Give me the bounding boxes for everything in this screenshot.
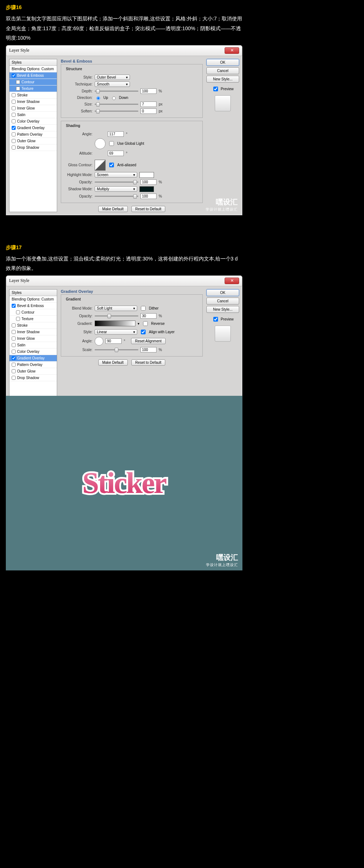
- input-scale[interactable]: 100: [141, 347, 157, 353]
- style-bevel[interactable]: Bevel & Emboss: [9, 72, 57, 79]
- radio-up[interactable]: [96, 96, 100, 100]
- chk-color[interactable]: [12, 350, 16, 354]
- input-depth[interactable]: 100: [141, 88, 157, 94]
- chk-reverse[interactable]: [143, 321, 148, 326]
- new-style-button[interactable]: New Style...: [206, 306, 239, 313]
- input-sopac[interactable]: 100: [141, 194, 157, 199]
- chk-preview[interactable]: [213, 87, 218, 91]
- chk-drop[interactable]: [12, 146, 16, 150]
- style-texture[interactable]: Texture: [9, 316, 57, 322]
- reset-default-button[interactable]: Reset to Default: [131, 206, 166, 212]
- angle-dial[interactable]: [95, 337, 103, 346]
- chk-global-light[interactable]: [109, 141, 114, 146]
- style-satin[interactable]: Satin: [9, 342, 57, 349]
- ok-button[interactable]: OK: [206, 59, 239, 66]
- titlebar[interactable]: Layer Style ✕: [6, 45, 242, 56]
- chk-ishadow[interactable]: [12, 330, 16, 334]
- blending-options[interactable]: Blending Options: Custom: [9, 296, 57, 303]
- style-color-overlay[interactable]: Color Overlay: [9, 118, 57, 125]
- make-default-button[interactable]: Make Default: [98, 359, 128, 366]
- style-inner-glow[interactable]: Inner Glow: [9, 335, 57, 342]
- style-stroke[interactable]: Stroke: [9, 322, 57, 329]
- style-satin[interactable]: Satin: [9, 112, 57, 118]
- chk-oglow[interactable]: [12, 139, 16, 143]
- chk-bevel[interactable]: [12, 304, 16, 308]
- style-gradient-overlay[interactable]: Gradient Overlay: [9, 355, 57, 362]
- chk-stroke[interactable]: [12, 323, 16, 327]
- chk-drop[interactable]: [12, 376, 16, 380]
- style-inner-shadow[interactable]: Inner Shadow: [9, 99, 57, 105]
- close-icon[interactable]: ✕: [225, 47, 239, 54]
- style-inner-shadow[interactable]: Inner Shadow: [9, 329, 57, 335]
- blending-options[interactable]: Blending Options: Custom: [9, 66, 57, 72]
- slider-hopac[interactable]: [95, 182, 138, 183]
- style-bevel[interactable]: Bevel & Emboss: [9, 303, 57, 309]
- slider-soften[interactable]: [95, 111, 138, 112]
- chk-texture[interactable]: [16, 87, 20, 91]
- chk-iglow[interactable]: [12, 106, 16, 110]
- input-angle[interactable]: 117: [108, 131, 124, 137]
- input-gopac[interactable]: 30: [141, 313, 157, 319]
- chk-preview[interactable]: [213, 317, 218, 322]
- chk-color[interactable]: [12, 119, 16, 123]
- chk-contour[interactable]: [16, 310, 20, 314]
- chk-contour[interactable]: [16, 80, 20, 84]
- slider-size[interactable]: [95, 104, 138, 105]
- angle-dial[interactable]: [95, 138, 106, 149]
- dropdown-hmode[interactable]: Screen▾: [95, 172, 137, 178]
- reset-default-button[interactable]: Reset to Default: [131, 359, 166, 366]
- input-hopac[interactable]: 100: [141, 179, 157, 185]
- style-contour[interactable]: Contour: [9, 309, 57, 316]
- style-drop-shadow[interactable]: Drop Shadow: [9, 144, 57, 151]
- chk-bevel[interactable]: [12, 73, 16, 77]
- chk-pattern[interactable]: [12, 132, 16, 136]
- chk-oglow[interactable]: [12, 369, 16, 373]
- style-texture[interactable]: Texture: [9, 85, 57, 92]
- chk-pattern[interactable]: [12, 363, 16, 367]
- chk-dither[interactable]: [141, 306, 146, 311]
- cancel-button[interactable]: Cancel: [206, 298, 239, 304]
- input-soften[interactable]: 0: [141, 108, 157, 114]
- gloss-contour[interactable]: [95, 160, 106, 171]
- style-contour[interactable]: Contour: [9, 79, 57, 85]
- style-inner-glow[interactable]: Inner Glow: [9, 105, 57, 112]
- chk-texture[interactable]: [16, 317, 20, 321]
- radio-down[interactable]: [112, 96, 116, 100]
- input-gangle[interactable]: 90: [106, 338, 122, 344]
- style-outer-glow[interactable]: Outer Glow: [9, 368, 57, 375]
- new-style-button[interactable]: New Style...: [206, 76, 239, 83]
- slider-scale[interactable]: [95, 349, 138, 350]
- chk-ishadow[interactable]: [12, 100, 16, 104]
- cancel-button[interactable]: Cancel: [206, 67, 239, 74]
- dropdown-smode[interactable]: Multiply▾: [95, 186, 137, 192]
- dropdown-technique[interactable]: Smooth▾: [95, 81, 130, 87]
- style-stroke[interactable]: Stroke: [9, 92, 57, 99]
- input-size[interactable]: 7: [141, 101, 157, 107]
- style-color-overlay[interactable]: Color Overlay: [9, 349, 57, 355]
- slider-sopac[interactable]: [95, 196, 138, 197]
- style-pattern-overlay[interactable]: Pattern Overlay: [9, 362, 57, 368]
- chk-satin[interactable]: [12, 343, 16, 347]
- slider-gopac[interactable]: [95, 315, 138, 316]
- style-outer-glow[interactable]: Outer Glow: [9, 138, 57, 144]
- slider-depth[interactable]: [95, 91, 138, 92]
- close-icon[interactable]: ✕: [225, 278, 239, 284]
- dropdown-style[interactable]: Outer Bevel▾: [95, 75, 130, 80]
- chk-satin[interactable]: [12, 113, 16, 117]
- style-pattern-overlay[interactable]: Pattern Overlay: [9, 131, 57, 138]
- swatch-shadow[interactable]: [139, 186, 154, 192]
- make-default-button[interactable]: Make Default: [98, 206, 128, 212]
- gradient-swatch[interactable]: [95, 320, 135, 326]
- swatch-highlight[interactable]: [139, 172, 154, 178]
- chk-grad[interactable]: [12, 356, 16, 360]
- dropdown-blend[interactable]: Soft Light▾: [95, 306, 137, 311]
- chk-align[interactable]: [141, 330, 146, 334]
- input-altitude[interactable]: 69: [108, 151, 124, 156]
- titlebar[interactable]: Layer Style ✕: [6, 276, 242, 286]
- style-gradient-overlay[interactable]: Gradient Overlay: [9, 125, 57, 131]
- reset-alignment-button[interactable]: Reset Alignment: [131, 338, 166, 344]
- ok-button[interactable]: OK: [206, 289, 239, 296]
- chk-iglow[interactable]: [12, 337, 16, 341]
- dropdown-gstyle[interactable]: Linear▾: [95, 329, 137, 335]
- chk-stroke[interactable]: [12, 93, 16, 97]
